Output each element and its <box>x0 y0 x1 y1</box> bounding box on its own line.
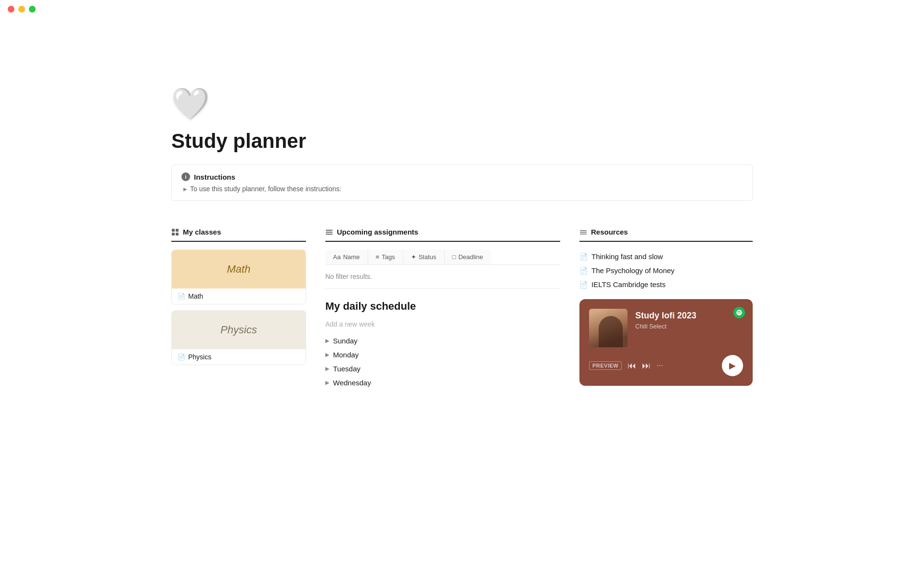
titlebar <box>0 0 924 18</box>
monday-arrow-icon: ▶ <box>325 352 329 358</box>
physics-banner: Physics <box>172 311 306 349</box>
toggle-arrow-icon: ▶ <box>183 186 187 192</box>
physics-label: Physics <box>188 353 211 361</box>
math-footer: 📄 Math <box>172 289 306 304</box>
resources-title: Resources <box>591 228 628 236</box>
resource-doc-icon-2: 📄 <box>579 267 588 275</box>
sunday-arrow-icon: ▶ <box>325 338 329 344</box>
spotify-logo-icon <box>733 307 745 318</box>
resource-title-2: The Psychology of Money <box>591 266 675 275</box>
physics-doc-icon: 📄 <box>178 354 185 361</box>
assignments-icon <box>325 228 333 236</box>
maximize-button[interactable] <box>29 6 36 13</box>
col-deadline-prefix: □ <box>452 253 456 261</box>
my-classes-column: My classes Math 📄 Math Physics 📄 Physics <box>171 228 306 371</box>
main-content: 🤍 Study planner i Instructions ▶ To use … <box>125 18 799 390</box>
assignments-column: Upcoming assignments Aa Name ≡ Tags ✦ St… <box>325 228 560 390</box>
svg-rect-8 <box>580 232 587 233</box>
svg-rect-5 <box>326 232 333 233</box>
col-name-prefix: Aa <box>333 253 341 261</box>
col-deadline[interactable]: □ Deadline <box>445 250 491 264</box>
add-week-row[interactable]: Add a new week <box>325 318 560 330</box>
spotify-prev-button[interactable]: ⏮ <box>628 361 636 371</box>
spotify-controls: PREVIEW ⏮ ⏭ ··· ▶ <box>589 355 743 376</box>
class-card-physics[interactable]: Physics 📄 Physics <box>171 310 306 365</box>
svg-rect-2 <box>172 233 175 236</box>
svg-rect-3 <box>176 233 179 236</box>
assignments-header: Upcoming assignments <box>325 228 560 242</box>
spotify-preview-badge: PREVIEW <box>589 361 622 370</box>
schedule-title: My daily schedule <box>325 300 560 313</box>
svg-rect-4 <box>326 230 333 231</box>
col-name[interactable]: Aa Name <box>325 250 368 264</box>
wednesday-arrow-icon: ▶ <box>325 380 329 386</box>
math-doc-icon: 📄 <box>178 293 185 300</box>
resource-title-1: Thinking fast and slow <box>591 252 663 261</box>
no-results-text: No filter results. <box>325 265 560 289</box>
sunday-label: Sunday <box>333 337 358 345</box>
resources-header: Resources <box>579 228 753 242</box>
assignments-title: Upcoming assignments <box>337 228 418 236</box>
spotify-inner: Study lofi 2023 Chill Select <box>589 309 743 347</box>
my-classes-title: My classes <box>183 228 221 236</box>
spotify-play-button[interactable]: ▶ <box>722 355 743 376</box>
svg-rect-9 <box>580 234 587 235</box>
col-tags[interactable]: ≡ Tags <box>368 250 403 264</box>
class-card-math[interactable]: Math 📄 Math <box>171 250 306 304</box>
minimize-button[interactable] <box>18 6 25 13</box>
resource-thinking-fast[interactable]: 📄 Thinking fast and slow <box>579 250 753 263</box>
col-tags-prefix: ≡ <box>376 253 380 261</box>
resources-icon <box>579 228 587 236</box>
spotify-album-art <box>589 309 628 347</box>
my-classes-icon <box>171 228 179 236</box>
instructions-toggle-text: To use this study planner, follow these … <box>190 185 341 193</box>
page-header: 🤍 Study planner i Instructions ▶ To use … <box>171 18 753 228</box>
assignments-table-header: Aa Name ≡ Tags ✦ Status □ Deadline <box>325 250 560 265</box>
tuesday-label: Tuesday <box>333 365 360 373</box>
col-deadline-label: Deadline <box>458 253 483 261</box>
info-icon: i <box>181 172 190 181</box>
instructions-toggle[interactable]: ▶ To use this study planner, follow thes… <box>181 185 743 193</box>
col-status-label: Status <box>419 253 436 261</box>
math-label: Math <box>188 292 203 300</box>
spotify-info: Study lofi 2023 Chill Select <box>635 309 743 330</box>
schedule-monday[interactable]: ▶ Monday <box>325 348 560 362</box>
spotify-track-title: Study lofi 2023 <box>635 311 743 321</box>
instructions-header: i Instructions <box>181 172 743 181</box>
resource-psychology-money[interactable]: 📄 The Psychology of Money <box>579 263 753 277</box>
monday-label: Monday <box>333 351 359 359</box>
resource-title-3: IELTS Cambridge tests <box>591 280 666 289</box>
close-button[interactable] <box>8 6 14 13</box>
col-status[interactable]: ✦ Status <box>403 250 445 264</box>
svg-rect-7 <box>580 230 587 231</box>
col-name-label: Name <box>343 253 360 261</box>
page-title: Study planner <box>171 130 753 153</box>
tuesday-arrow-icon: ▶ <box>325 366 329 372</box>
col-tags-label: Tags <box>382 253 395 261</box>
physics-footer: 📄 Physics <box>172 349 306 365</box>
spotify-artist: Chill Select <box>635 323 743 330</box>
spotify-brand <box>733 307 745 318</box>
svg-rect-0 <box>172 229 175 232</box>
spotify-widget: Study lofi 2023 Chill Select PREVIEW ⏮ ⏭… <box>579 299 753 386</box>
spotify-next-button[interactable]: ⏭ <box>642 361 651 371</box>
wednesday-label: Wednesday <box>333 379 371 387</box>
instructions-block: i Instructions ▶ To use this study plann… <box>171 164 753 201</box>
resource-ielts[interactable]: 📄 IELTS Cambridge tests <box>579 277 753 291</box>
svg-rect-6 <box>326 234 333 235</box>
svg-rect-1 <box>176 229 179 232</box>
schedule-wednesday[interactable]: ▶ Wednesday <box>325 376 560 390</box>
page-icon: 🤍 <box>171 86 753 122</box>
resource-doc-icon-1: 📄 <box>579 253 588 261</box>
spotify-more-button[interactable]: ··· <box>656 361 663 370</box>
math-banner: Math <box>172 250 306 289</box>
columns-container: My classes Math 📄 Math Physics 📄 Physics <box>171 228 753 390</box>
resources-column: Resources 📄 Thinking fast and slow 📄 The… <box>579 228 753 386</box>
resource-doc-icon-3: 📄 <box>579 281 588 289</box>
col-status-prefix: ✦ <box>411 253 416 261</box>
schedule-tuesday[interactable]: ▶ Tuesday <box>325 362 560 376</box>
my-classes-header: My classes <box>171 228 306 242</box>
album-art-visual <box>589 309 628 347</box>
instructions-title: Instructions <box>194 173 235 181</box>
schedule-sunday[interactable]: ▶ Sunday <box>325 334 560 348</box>
